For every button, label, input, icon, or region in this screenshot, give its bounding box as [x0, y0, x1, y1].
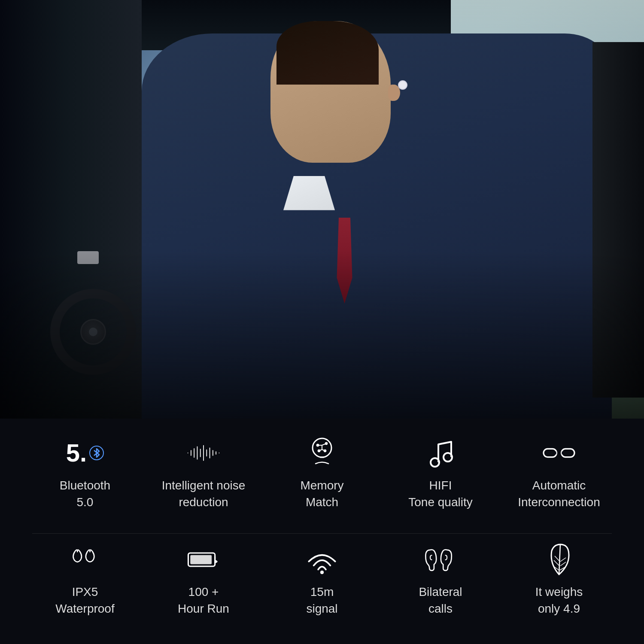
- feather-icon: [542, 542, 576, 577]
- link-icon: [542, 436, 576, 470]
- signal-label: 15m signal: [306, 583, 337, 617]
- feature-auto-connect: Automatic Interconnection: [500, 436, 618, 510]
- feature-memory-match: Memory Match: [263, 436, 381, 510]
- svg-point-22: [431, 458, 439, 467]
- features-row-1: 5. Bluetooth 5.0: [0, 427, 644, 533]
- svg-point-17: [316, 444, 319, 447]
- memory-icon: [305, 436, 339, 470]
- feature-bilateral: Bilateral calls: [381, 542, 500, 617]
- svg-point-18: [325, 442, 328, 445]
- svg-line-33: [554, 560, 559, 566]
- svg-rect-29: [191, 555, 212, 564]
- music-note-icon: [423, 436, 458, 470]
- bilateral-label: Bilateral calls: [419, 583, 462, 617]
- feature-noise-reduction: Intelligent noise reduction: [144, 436, 263, 510]
- sound-wave-icon: [186, 436, 221, 470]
- memory-match-label: Memory Match: [300, 477, 343, 510]
- svg-point-19: [318, 450, 320, 452]
- page-wrapper: 5. Bluetooth 5.0: [0, 0, 644, 644]
- svg-line-37: [560, 558, 566, 562]
- features-section: 5. Bluetooth 5.0: [0, 419, 644, 644]
- battery-icon: [186, 542, 221, 577]
- svg-point-20: [324, 450, 326, 452]
- battery-label: 100 + Hour Run: [178, 583, 229, 617]
- water-drop-icon: [68, 542, 102, 577]
- feature-bluetooth: 5. Bluetooth 5.0: [26, 436, 144, 510]
- svg-point-23: [444, 453, 452, 462]
- bluetooth-icon: 5.: [68, 436, 102, 470]
- feature-hifi: HIFI Tone quality: [381, 436, 500, 510]
- waterproof-label: IPX5 Waterproof: [55, 583, 114, 617]
- svg-point-30: [320, 571, 324, 574]
- hifi-label: HIFI Tone quality: [408, 477, 472, 510]
- feature-signal: 15m signal: [263, 542, 381, 617]
- svg-line-36: [560, 562, 566, 566]
- man-face: [270, 21, 391, 163]
- auto-connect-label: Automatic Interconnection: [518, 477, 600, 510]
- ear-icon: [423, 542, 458, 577]
- noise-reduction-label: Intelligent noise reduction: [162, 477, 246, 510]
- bluetooth-label: Bluetooth 5.0: [60, 477, 110, 510]
- feature-waterproof: IPX5 Waterproof: [26, 542, 144, 617]
- weight-label: It weighs only 4.9: [535, 583, 583, 617]
- svg-line-34: [555, 556, 560, 562]
- svg-rect-24: [544, 449, 556, 457]
- wifi-icon: [305, 542, 339, 577]
- hero-section: [0, 0, 644, 419]
- feature-battery: 100 + Hour Run: [144, 542, 263, 617]
- svg-rect-25: [562, 449, 574, 457]
- hero-overlay: [0, 251, 644, 419]
- feature-weight: It weighs only 4.9: [500, 542, 618, 617]
- features-row-2: IPX5 Waterproof 100 + Hour Run: [0, 534, 644, 640]
